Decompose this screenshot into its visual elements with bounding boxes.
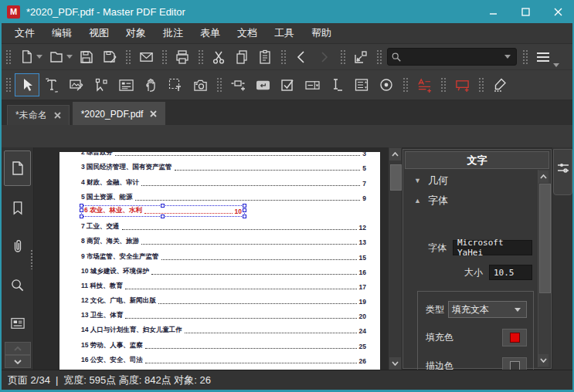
font-name-input[interactable]: Microsoft YaHei — [453, 240, 532, 255]
panel-scrollbar[interactable] — [538, 170, 550, 367]
combo-box-tool[interactable] — [300, 73, 324, 96]
selection-handle[interactable] — [243, 208, 246, 212]
push-button-tool[interactable] — [250, 73, 275, 96]
pdf-page[interactable]: 2 综合政务33 国民经济管理、国有资产监管54 财政、金融、审计75 国土资源… — [59, 152, 380, 370]
toolbar-grip[interactable] — [125, 49, 131, 65]
snapshot-tool-button[interactable] — [188, 73, 212, 96]
toc-row[interactable]: 4 财政、金融、审计7 — [81, 174, 366, 189]
hand-tool-button[interactable] — [138, 73, 163, 96]
search-box[interactable] — [387, 48, 517, 66]
selection-handle[interactable] — [80, 208, 83, 212]
sidebar-scroll-down-button[interactable] — [5, 355, 31, 368]
add-callout-button[interactable] — [450, 73, 474, 96]
search-input[interactable] — [402, 51, 506, 63]
add-text-annotation-button[interactable] — [412, 73, 436, 96]
new-document-button[interactable] — [15, 47, 38, 67]
type-select[interactable]: 填充文本 — [448, 301, 527, 318]
selection-handle[interactable] — [80, 215, 83, 218]
toc-row[interactable]: 2 综合政务3 — [81, 152, 366, 160]
selection-handle[interactable] — [161, 215, 165, 218]
properties-dock-tab[interactable] — [553, 149, 572, 195]
toolbar-grip[interactable] — [402, 77, 408, 93]
scroll-down-button[interactable] — [538, 354, 549, 367]
toc-row[interactable]: 14 人口与计划生育、妇女儿童工作24 — [81, 323, 366, 337]
cut-button[interactable] — [207, 47, 230, 67]
toc-row[interactable]: 5 国土资源、能源9 — [81, 190, 366, 204]
toolbar-grip[interactable] — [161, 49, 167, 65]
toc-row[interactable]: 15 劳动、人事、监察25 — [81, 337, 366, 352]
radio-button-tool[interactable] — [374, 73, 399, 96]
toolbar-grip[interactable] — [440, 77, 446, 93]
toc-row[interactable]: 8 商贸、海关、旅游13 — [81, 234, 366, 248]
scrollbar-thumb[interactable] — [539, 184, 551, 293]
add-link-button[interactable] — [226, 73, 250, 96]
menu-item[interactable]: 帮助 — [303, 26, 340, 40]
open-file-dropdown-icon[interactable] — [66, 55, 73, 59]
send-email-button[interactable] — [134, 47, 158, 67]
form-fields-panel-button[interactable] — [5, 306, 30, 340]
fill-color-button[interactable] — [502, 329, 527, 346]
toolbar-grip[interactable] — [340, 49, 345, 65]
tab-2020-pdf[interactable]: *2020_PDF.pdf — [73, 102, 166, 125]
selection-handle[interactable] — [243, 215, 246, 218]
navigate-forward-button[interactable] — [313, 47, 336, 67]
toc-row[interactable]: 12 文化、广电、新闻出版19 — [81, 293, 366, 308]
sidebar-scroll-up-button[interactable] — [5, 342, 31, 355]
search-panel-button[interactable] — [5, 268, 30, 302]
edit-image-tool-button[interactable] — [64, 73, 89, 96]
toolbar-grip[interactable] — [280, 49, 286, 65]
search-dropdown-icon[interactable] — [504, 55, 511, 59]
document-area[interactable]: 2 综合政务33 国民经济管理、国有资产监管54 财政、金融、审计75 国土资源… — [34, 147, 388, 370]
menu-item[interactable]: 文档 — [229, 26, 266, 40]
navigate-back-button[interactable] — [290, 47, 313, 67]
toolbar-overflow-icon[interactable] — [553, 63, 559, 67]
open-file-button[interactable] — [45, 47, 68, 67]
save-as-button[interactable] — [98, 47, 121, 67]
scrollbar-thumb[interactable] — [390, 164, 402, 191]
toolbar-grip[interactable] — [216, 77, 222, 93]
scroll-up-button[interactable] — [538, 171, 549, 183]
menu-item[interactable]: 文件 — [6, 26, 43, 40]
select-text-tool-button[interactable] — [163, 73, 188, 96]
maximize-button[interactable] — [509, 0, 542, 23]
selection-handle[interactable] — [161, 204, 165, 208]
toc-row[interactable]: 9 市场监管、安全生产监管15 — [81, 248, 366, 263]
selection-handle[interactable] — [80, 204, 83, 208]
section-font[interactable]: ▲ 字体 — [403, 192, 551, 209]
menu-item[interactable]: 对象 — [117, 26, 155, 40]
toc-row[interactable]: 7 工业、交通12 — [81, 219, 366, 234]
check-box-tool[interactable] — [275, 73, 300, 96]
edit-path-tool-button[interactable] — [89, 73, 114, 96]
menu-item[interactable]: 批注 — [155, 26, 192, 40]
toolbar-grip[interactable] — [376, 49, 382, 65]
menu-item[interactable]: 编辑 — [43, 26, 80, 40]
tab-close-icon[interactable] — [150, 110, 157, 117]
copy-button[interactable] — [230, 47, 253, 67]
minimize-button[interactable] — [477, 0, 509, 23]
section-geometry[interactable]: ▼ 几何 — [403, 172, 551, 189]
highlighter-button[interactable] — [487, 73, 512, 96]
attachments-button[interactable] — [5, 229, 30, 263]
toolbar-grip[interactable] — [198, 49, 203, 65]
bookmarks-button[interactable] — [5, 191, 30, 225]
toolbar-grip[interactable] — [478, 77, 484, 93]
menu-item[interactable]: 工具 — [266, 26, 303, 40]
select-tool-button[interactable] — [15, 73, 39, 96]
toc-row[interactable]: 16 公安、安全、司法26 — [81, 353, 366, 367]
scroll-down-button[interactable] — [389, 357, 401, 370]
main-menu-button[interactable] — [532, 47, 555, 67]
edit-forms-tool-button[interactable] — [114, 73, 138, 96]
selection-handle[interactable] — [243, 204, 246, 208]
tab-close-icon[interactable] — [54, 112, 61, 119]
edit-text-tool-button[interactable] — [39, 73, 64, 96]
paste-button[interactable] — [253, 47, 277, 67]
close-button[interactable] — [542, 0, 574, 23]
toc-row[interactable]: 13 卫生、体育20 — [81, 308, 366, 323]
toc-row[interactable]: 10 城乡建设、环境保护16 — [81, 264, 366, 279]
font-size-input[interactable]: 10.5 — [489, 265, 532, 280]
page-thumbnails-button[interactable] — [4, 150, 31, 186]
new-document-dropdown-icon[interactable] — [36, 55, 42, 59]
toolbar-grip[interactable] — [5, 77, 11, 93]
scroll-up-button[interactable] — [389, 148, 401, 161]
selected-text-object[interactable]: 6 农业、林业、水利10 — [81, 205, 245, 217]
